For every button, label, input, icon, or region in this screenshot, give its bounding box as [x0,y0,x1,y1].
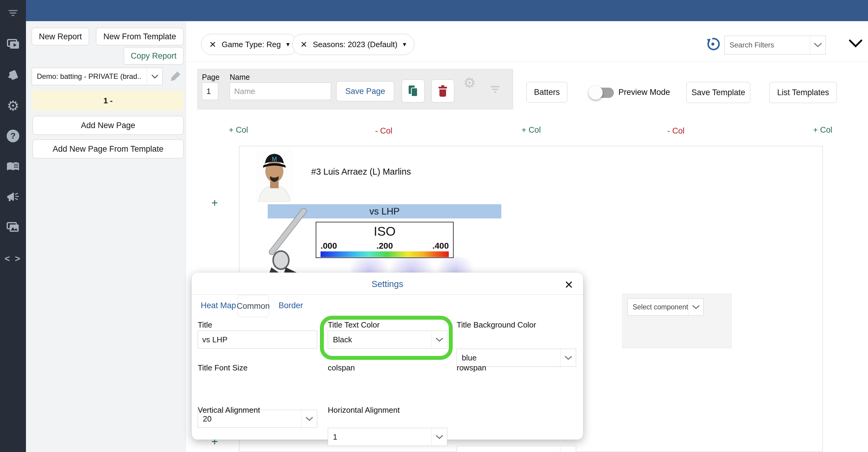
remove-filter-icon[interactable]: ✕ [300,39,307,50]
chevron-down-icon[interactable]: ▾ [403,40,406,48]
title-text-color-label: Title Text Color [328,320,380,330]
add-component-plus-button[interactable]: + [211,196,218,209]
copy-page-button[interactable] [402,80,425,103]
component-picker-panel: Select component [622,294,732,348]
chevron-down-icon [431,428,447,446]
tab-border[interactable]: Border [279,301,303,310]
page-settings-bar: Page Name Save Page ⚙ [197,69,513,109]
announcements-icon[interactable] [0,189,26,206]
filter-chip-seasons[interactable]: ✕ Seasons: 2023 (Default) ▾ [292,34,414,55]
save-template-button[interactable]: Save Template [686,82,750,103]
page-filter-icon[interactable] [490,85,501,96]
title-font-size-label: Title Font Size [198,363,247,372]
page-name-input[interactable] [230,83,331,100]
filter-history-icon[interactable] [706,37,720,53]
title-input[interactable] [198,331,317,349]
search-filters-select[interactable]: Search Filters [724,36,826,54]
filter-lines-icon[interactable] [0,4,26,21]
sidebar-nav: ⚙ ? < > [0,0,26,452]
filter-chip-label: Game Type: Reg [221,40,281,49]
delete-page-button[interactable] [431,80,454,103]
colspan-select[interactable]: 1 [328,428,447,446]
legend-title: ISO [316,224,453,239]
name-label: Name [230,73,250,82]
settings-modal: Settings ✕ Heat Map Common Border Title … [192,273,583,440]
heatmap-legend[interactable]: ISO .000 .200 .400 [316,222,454,258]
filter-chip-game-type[interactable]: ✕ Game Type: Reg ▾ [201,34,298,55]
new-from-template-button[interactable]: New From Template [96,28,184,45]
remove-column-button[interactable]: - Col [667,126,684,136]
title-bg-color-label: Title Background Color [457,320,536,330]
report-select[interactable]: Demo: batting - PRIVATE (brad... [32,68,163,85]
filter-chip-label: Seasons: 2023 (Default) [313,40,397,49]
list-templates-button[interactable]: List Templates [769,82,837,103]
search-filters-placeholder: Search Filters [725,41,774,49]
section-title: vs LHP [369,206,400,217]
page-settings-gear-icon[interactable]: ⚙ [463,75,476,91]
legend-ticks: .000 .200 .400 [320,241,449,251]
page-list-item-selected[interactable]: 1 - [33,91,184,111]
chevron-down-icon [147,68,162,85]
modal-title: Settings [192,279,583,289]
chevron-down-icon [301,410,317,427]
title-font-size-value: 20 [198,414,212,424]
select-component-dropdown[interactable]: Select component [627,298,704,316]
chevron-down-icon [431,331,447,348]
chevron-down-icon [810,36,826,54]
page-number-input[interactable] [202,83,218,100]
add-column-button[interactable]: + Col [229,125,248,135]
legend-tick-max: .400 [433,241,449,251]
page-indicator-label: 1 - [103,96,113,106]
title-text-color-select[interactable]: Black [328,331,447,349]
preview-mode-toggle-knob[interactable] [589,85,603,100]
player-name: #3 Luis Arraez (L) Marlins [311,167,411,177]
chevron-down-icon [688,299,703,315]
chevron-down-icon [560,349,576,367]
modal-divider [192,294,583,294]
vertical-alignment-label: Vertical Alignment [198,405,260,415]
page-label: Page [202,73,219,82]
add-column-button[interactable]: + Col [813,125,832,135]
add-new-page-from-template-button[interactable]: Add New Page From Template [33,140,184,158]
chevron-down-icon [560,446,576,452]
add-column-button[interactable]: + Col [522,125,541,135]
trash-icon [438,85,447,97]
remove-column-button[interactable]: - Col [375,126,392,136]
playbook-icon[interactable] [0,158,26,175]
card-stack-icon[interactable] [0,66,26,83]
save-page-button[interactable]: Save Page [336,81,394,101]
select-component-placeholder: Select component [628,303,688,311]
colspan-value: 1 [328,432,337,442]
top-bar [26,0,868,21]
legend-colorbar [320,251,449,257]
remove-filter-icon[interactable]: ✕ [209,39,216,50]
rowspan-value: 1 [457,451,466,452]
edit-pencil-icon[interactable] [170,70,182,83]
image-library-icon[interactable] [0,219,26,236]
rowspan-label: rowspan [457,363,486,372]
report-side-panel: New Report New From Template Copy Report… [26,21,186,452]
title-field-label: Title [198,320,212,330]
colspan-label: colspan [328,363,355,372]
help-icon[interactable]: ? [0,128,26,144]
add-new-page-button[interactable]: Add New Page [33,116,184,135]
legend-tick-mid: .200 [376,241,393,251]
code-icon[interactable]: < > [0,250,26,267]
rowspan-select[interactable]: 1 [457,446,576,452]
tab-heat-map[interactable]: Heat Map [201,301,236,310]
new-report-button[interactable]: New Report [32,28,89,45]
report-select-value: Demo: batting - PRIVATE (brad... [32,72,141,81]
batter-silhouette [259,208,308,281]
copy-report-button[interactable]: Copy Report [124,47,184,65]
app-root: ⚙ ? < > New Report New From Template Cop… [0,0,868,452]
legend-tick-min: .000 [320,241,337,251]
settings-gear-icon[interactable]: ⚙ [0,97,26,114]
close-icon[interactable]: ✕ [564,279,574,291]
svg-text:M: M [272,156,277,162]
collapse-filters-chevron-icon[interactable] [849,39,863,49]
tab-common-label: Common [237,302,270,311]
chevron-down-icon[interactable]: ▾ [286,40,290,48]
tab-common[interactable]: Common [238,295,269,317]
batters-button[interactable]: Batters [526,82,567,103]
video-library-icon[interactable] [0,35,26,52]
